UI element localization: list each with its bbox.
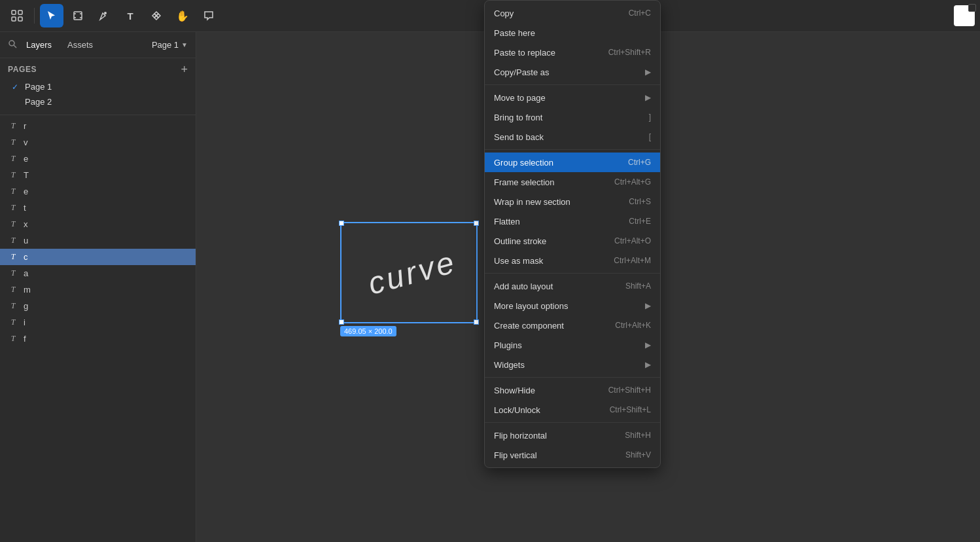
selection-handle-tr[interactable] (474, 221, 479, 226)
menu-item-group-selection[interactable]: Group selectionCtrl+G (485, 153, 660, 172)
layer-item-2[interactable]: Te (0, 151, 196, 167)
menu-item-flip-vertical[interactable]: Flip verticalShift+V (485, 445, 660, 465)
menu-item-wrap-in-new-section[interactable]: Wrap in new sectionCtrl+S (485, 192, 660, 211)
menu-item-paste-to-replace[interactable]: Paste to replaceCtrl+Shift+R (485, 43, 660, 62)
layer-item-12[interactable]: Ti (0, 314, 196, 331)
tab-assets[interactable]: Assets (61, 37, 99, 52)
menu-item-label: Paste to replace (494, 48, 608, 58)
layer-item-0[interactable]: Tr (0, 118, 196, 134)
selection-handle-tl[interactable] (339, 221, 344, 226)
menu-shortcut-icon: Ctrl+Alt+O (614, 236, 651, 245)
canvas-selection (340, 222, 478, 323)
menu-item-create-component[interactable]: Create componentCtrl+Alt+K (485, 316, 660, 335)
svg-rect-1 (18, 10, 22, 14)
menu-item-label: Paste here (494, 28, 651, 38)
menu-item-frame-selection[interactable]: Frame selectionCtrl+Alt+G (485, 172, 660, 192)
layer-item-13[interactable]: Tf (0, 331, 196, 347)
page-item-2[interactable]: ✓ Page 2 (8, 94, 188, 109)
menu-shortcut-icon: Ctrl+Alt+K (615, 321, 651, 330)
text-tool-btn[interactable]: T (118, 4, 142, 27)
menu-arrow-icon: ▶ (645, 301, 651, 310)
menu-item-widgets[interactable]: Widgets▶ (485, 355, 660, 374)
grid-tool-btn[interactable] (5, 4, 29, 27)
page-label[interactable]: Page 1 ▼ (152, 40, 188, 50)
menu-item-more-layout-options[interactable]: More layout options▶ (485, 296, 660, 316)
layer-type-icon: T (8, 187, 18, 196)
layer-item-8[interactable]: Tc (0, 249, 196, 265)
layer-item-3[interactable]: TT (0, 167, 196, 183)
layers-list: TrTvTeTTTeTtTxTuTcTaTmTgTiTf (0, 115, 196, 542)
menu-item-add-auto-layout[interactable]: Add auto layoutShift+A (485, 276, 660, 296)
sidebar: Layers Assets Page 1 ▼ Pages + ✓ Page 1 … (0, 32, 196, 542)
menu-item-bring-to-front[interactable]: Bring to front] (485, 107, 660, 127)
svg-rect-4 (74, 12, 82, 20)
hand-tool-btn[interactable]: ✋ (171, 4, 194, 27)
layer-item-4[interactable]: Te (0, 183, 196, 200)
pages-title-label: Pages (8, 65, 37, 74)
layer-type-icon: T (8, 334, 18, 344)
layer-item-6[interactable]: Tx (0, 216, 196, 232)
menu-arrow-icon: ▶ (645, 360, 651, 369)
menu-arrow-icon: ▶ (645, 93, 651, 102)
menu-item-copy/paste-as[interactable]: Copy/Paste as▶ (485, 62, 660, 82)
menu-item-label: Create component (494, 321, 615, 331)
theme-switcher-btn[interactable] (954, 5, 975, 26)
svg-rect-2 (12, 17, 16, 21)
page-item-1[interactable]: ✓ Page 1 (8, 79, 188, 94)
component-tool-btn[interactable] (145, 4, 168, 27)
menu-item-paste-here[interactable]: Paste here (485, 23, 660, 43)
layer-type-icon: T (8, 137, 18, 147)
svg-rect-3 (18, 17, 22, 21)
toolbar-right (954, 5, 975, 26)
menu-item-outline-stroke[interactable]: Outline strokeCtrl+Alt+O (485, 231, 660, 251)
menu-item-copy[interactable]: CopyCtrl+C (485, 3, 660, 23)
menu-item-show/hide[interactable]: Show/HideCtrl+Shift+H (485, 380, 660, 400)
menu-item-label: Bring to front (494, 113, 649, 122)
menu-item-move-to-page[interactable]: Move to page▶ (485, 88, 660, 107)
pages-header: Pages + (8, 63, 188, 75)
frame-tool-btn[interactable] (66, 4, 90, 27)
selection-handle-br[interactable] (474, 319, 479, 325)
pen-tool-btn[interactable] (92, 4, 116, 27)
selection-handle-bl[interactable] (339, 319, 344, 325)
svg-line-11 (14, 45, 16, 48)
sidebar-search-icon[interactable] (8, 39, 17, 50)
menu-item-label: Outline stroke (494, 236, 614, 246)
layer-item-11[interactable]: Tg (0, 298, 196, 314)
menu-divider-7 (485, 149, 660, 150)
layer-item-1[interactable]: Tv (0, 134, 196, 151)
menu-item-lock/unlock[interactable]: Lock/UnlockCtrl+Shift+L (485, 400, 660, 420)
layer-type-icon: T (8, 252, 18, 262)
menu-item-plugins[interactable]: Plugins▶ (485, 335, 660, 355)
menu-item-label: Flip vertical (494, 450, 625, 460)
add-page-btn[interactable]: + (181, 63, 188, 75)
menu-shortcut-icon: [ (649, 132, 651, 141)
layer-type-icon: T (8, 317, 18, 327)
menu-item-send-to-back[interactable]: Send to back[ (485, 127, 660, 147)
select-tool-btn[interactable] (40, 4, 63, 27)
canvas-text: curve (330, 205, 495, 340)
menu-item-label: Wrap in new section (494, 197, 629, 207)
menu-item-label: Copy/Paste as (494, 67, 641, 77)
menu-item-label: Use as mask (494, 256, 614, 266)
menu-item-flatten[interactable]: FlattenCtrl+E (485, 211, 660, 231)
layer-item-9[interactable]: Ta (0, 265, 196, 281)
layer-item-5[interactable]: Tt (0, 200, 196, 216)
menu-shortcut-icon: Ctrl+Shift+R (608, 48, 651, 57)
menu-item-use-as-mask[interactable]: Use as maskCtrl+Alt+M (485, 251, 660, 270)
tab-layers[interactable]: Layers (20, 37, 58, 52)
menu-item-flip-horizontal[interactable]: Flip horizontalShift+H (485, 425, 660, 445)
layer-type-icon: T (8, 236, 18, 245)
menu-shortcut-icon: Shift+A (625, 281, 651, 291)
menu-shortcut-icon: Shift+H (625, 431, 651, 440)
svg-point-10 (9, 41, 14, 46)
page-chevron-icon: ▼ (181, 41, 188, 48)
layer-item-7[interactable]: Tu (0, 232, 196, 249)
menu-shortcut-icon: Ctrl+C (629, 9, 651, 18)
menu-item-label: Group selection (494, 158, 628, 168)
layer-item-10[interactable]: Tm (0, 281, 196, 298)
menu-divider-20 (485, 422, 660, 423)
menu-item-label: More layout options (494, 301, 641, 311)
menu-shortcut-icon: Ctrl+Alt+G (614, 177, 651, 187)
comment-tool-btn[interactable] (197, 4, 220, 27)
